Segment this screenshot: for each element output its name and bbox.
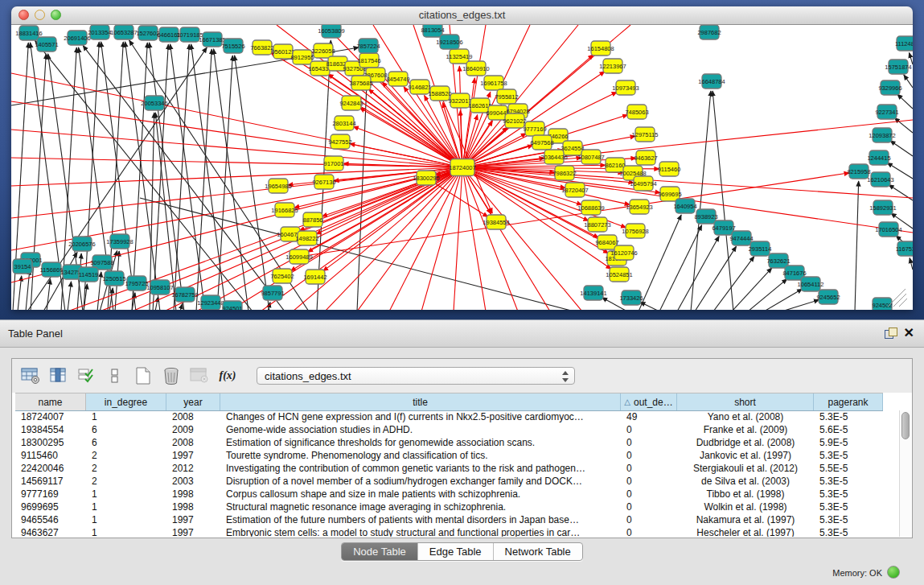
cell-pagerank[interactable]: 5.3E-5 — [814, 488, 883, 500]
cell-out_de[interactable]: 49 — [621, 411, 677, 422]
cell-title[interactable]: Changes of HCN gene expression and I(f) … — [220, 411, 621, 422]
function-builder-icon[interactable]: f(x) — [217, 365, 238, 386]
table-options-icon[interactable] — [20, 365, 41, 386]
cell-out_de[interactable]: 0 — [621, 488, 677, 500]
table-row[interactable]: 969969511998Structural magnetic resonanc… — [15, 501, 898, 513]
cell-pagerank[interactable]: 5.3E-5 — [814, 527, 883, 537]
cell-name[interactable]: 18724007 — [15, 411, 86, 422]
cell-year[interactable]: 2008 — [166, 437, 220, 448]
cell-year[interactable]: 1998 — [166, 488, 220, 500]
column-header-name[interactable]: name — [15, 393, 86, 410]
cell-year[interactable]: 1997 — [166, 527, 220, 537]
cell-short[interactable]: Tibbo et al. (1998) — [677, 488, 814, 500]
table-row[interactable]: 1456911722003Disruption of a novel membe… — [15, 475, 898, 488]
cell-out_de[interactable]: 0 — [621, 424, 677, 435]
close-window-icon[interactable] — [18, 10, 29, 20]
cell-year[interactable]: 1997 — [166, 450, 220, 461]
cell-pagerank[interactable]: 5.3E-5 — [814, 411, 883, 422]
cell-year[interactable]: 2009 — [166, 424, 220, 435]
column-stack-icon[interactable] — [105, 365, 125, 386]
cell-pagerank[interactable]: 5.6E-5 — [814, 424, 883, 435]
cell-out_de[interactable]: 0 — [621, 527, 677, 537]
resize-grip-icon[interactable] — [888, 289, 907, 307]
cell-name[interactable]: 19384554 — [15, 424, 86, 435]
cell-in_degree[interactable]: 1 — [86, 501, 166, 513]
new-table-icon[interactable] — [133, 365, 154, 386]
cell-name[interactable]: 22420046 — [15, 463, 86, 474]
cell-name[interactable]: 14569117 — [15, 476, 86, 487]
cell-in_degree[interactable]: 2 — [86, 463, 166, 474]
cell-year[interactable]: 1997 — [166, 514, 220, 525]
cell-in_degree[interactable]: 1 — [86, 527, 166, 537]
float-panel-icon[interactable] — [885, 328, 897, 339]
cell-out_de[interactable]: 0 — [621, 437, 677, 448]
cell-title[interactable]: Estimation of significance thresholds fo… — [220, 437, 621, 448]
cell-short[interactable]: Stergiakouli et al. (2012) — [677, 463, 814, 474]
table-row[interactable]: 1830029562008Estimation of significance … — [15, 436, 898, 449]
cell-short[interactable]: Dudbridge et al. (2008) — [677, 437, 814, 448]
cell-name[interactable]: 9115460 — [15, 450, 86, 461]
table-row[interactable]: 911546021997Tourette syndrome. Phenomeno… — [15, 449, 898, 462]
cell-in_degree[interactable]: 1 — [86, 514, 166, 525]
cell-title[interactable]: Genome-wide association studies in ADHD. — [220, 424, 621, 435]
zoom-window-icon[interactable] — [51, 10, 61, 20]
cell-title[interactable]: Corpus callosum shape and size in male p… — [220, 488, 621, 500]
cell-out_de[interactable]: 0 — [621, 514, 677, 525]
table-vertical-scrollbar[interactable] — [899, 410, 911, 537]
minimize-window-icon[interactable] — [35, 10, 45, 20]
cell-title[interactable]: Estimation of the future numbers of pati… — [220, 514, 621, 525]
tab-network-table[interactable]: Network Table — [494, 543, 582, 560]
column-header-out_de[interactable]: △out_de… — [621, 393, 677, 410]
cell-title[interactable]: Tourette syndrome. Phenomenology and cla… — [220, 450, 621, 461]
cell-name[interactable]: 9777169 — [15, 488, 86, 500]
cell-name[interactable]: 9699695 — [15, 501, 86, 513]
cell-short[interactable]: Yano et al. (2008) — [677, 411, 814, 422]
cell-pagerank[interactable]: 5.3E-5 — [814, 450, 883, 461]
citation-network-graph[interactable]: 1872400776638229560123891295516543383226… — [11, 25, 913, 310]
table-source-select[interactable]: citations_edges.txt — [257, 367, 575, 385]
table-row[interactable]: 2242004622012Investigating the contribut… — [15, 462, 898, 475]
cell-short[interactable]: Franke et al. (2009) — [677, 424, 814, 435]
cell-pagerank[interactable]: 5.5E-5 — [814, 463, 883, 474]
column-header-pagerank[interactable]: pagerank — [814, 393, 883, 410]
import-table-icon[interactable] — [189, 365, 210, 386]
cell-short[interactable]: Jankovic et al. (1997) — [677, 450, 814, 461]
cell-title[interactable]: Disruption of a novel member of a sodium… — [220, 476, 621, 487]
cell-pagerank[interactable]: 5.3E-5 — [814, 501, 883, 513]
column-header-in_degree[interactable]: in_degree — [86, 393, 166, 410]
cell-in_degree[interactable]: 6 — [86, 437, 166, 448]
tab-edge-table[interactable]: Edge Table — [418, 543, 494, 560]
column-edit-icon[interactable] — [48, 365, 69, 386]
cell-out_de[interactable]: 0 — [621, 501, 677, 513]
cell-name[interactable]: 9465546 — [15, 514, 86, 525]
cell-out_de[interactable]: 0 — [621, 476, 677, 487]
cell-name[interactable]: 18300295 — [15, 437, 86, 448]
table-row[interactable]: 1938455462009Genome-wide association stu… — [15, 423, 898, 436]
cell-year[interactable]: 2003 — [166, 476, 220, 487]
cell-in_degree[interactable]: 6 — [86, 424, 166, 435]
cell-pagerank[interactable]: 5.3E-5 — [814, 476, 883, 487]
network-window-titlebar[interactable]: citations_edges.txt — [11, 6, 913, 25]
cell-title[interactable]: Structural magnetic resonance image aver… — [220, 501, 621, 513]
cell-year[interactable]: 1998 — [166, 501, 220, 513]
select-rows-icon[interactable] — [76, 365, 97, 386]
cell-in_degree[interactable]: 2 — [86, 450, 166, 461]
network-canvas[interactable]: 1872400776638229560123891295516543383226… — [11, 25, 913, 310]
cell-in_degree[interactable]: 2 — [86, 476, 166, 487]
tab-node-table[interactable]: Node Table — [342, 543, 418, 560]
cell-out_de[interactable]: 0 — [621, 450, 677, 461]
cell-year[interactable]: 2012 — [166, 463, 220, 474]
cell-in_degree[interactable]: 1 — [86, 488, 166, 500]
cell-short[interactable]: Wolkin et al. (1998) — [677, 501, 814, 513]
cell-short[interactable]: Nakamura et al. (1997) — [677, 514, 814, 525]
memory-status-icon[interactable] — [887, 566, 900, 579]
cell-name[interactable]: 9463627 — [15, 527, 86, 537]
cell-in_degree[interactable]: 1 — [86, 411, 166, 422]
column-header-title[interactable]: title — [220, 393, 621, 410]
delete-table-icon[interactable] — [161, 365, 182, 386]
cell-pagerank[interactable]: 5.3E-5 — [814, 514, 883, 525]
table-row[interactable]: 1872400712008Changes of HCN gene express… — [15, 410, 898, 423]
scrollbar-thumb[interactable] — [901, 412, 910, 439]
cell-short[interactable]: Hescheler et al. (1997) — [677, 527, 814, 537]
cell-short[interactable]: de Silva et al. (2003) — [677, 476, 814, 487]
